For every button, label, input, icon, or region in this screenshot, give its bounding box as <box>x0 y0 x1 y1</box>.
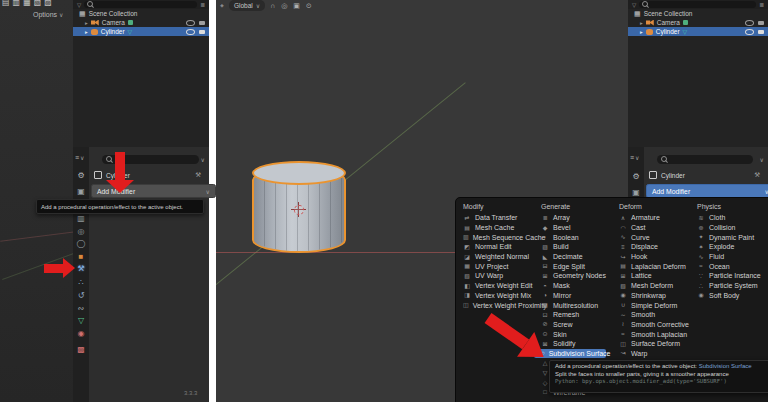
properties-tab-physics[interactable]: ↺ <box>74 292 88 300</box>
options-dropdown[interactable]: Options ∨ <box>33 11 63 18</box>
menu-item-weighted-normal[interactable]: ◪Weighted Normal <box>456 252 534 262</box>
render-visibility-icon[interactable] <box>199 30 205 34</box>
menu-item-geometry-nodes[interactable]: ⊞Geometry Nodes <box>534 271 612 281</box>
menu-item-vertex-weight-mix[interactable]: ◨Vertex Weight Mix <box>456 291 534 301</box>
chevron-down-icon[interactable]: ∨ <box>201 156 205 163</box>
render-visibility-icon[interactable] <box>758 30 764 34</box>
properties-tab-tool[interactable]: ⚙ <box>74 172 88 180</box>
expand-icon[interactable]: ▸ <box>85 20 88 26</box>
add-modifier-button-active[interactable]: Add Modifier ∨ <box>646 184 768 198</box>
menu-item-bevel[interactable]: ◆Bevel <box>534 223 612 233</box>
menu-item-mesh-cache[interactable]: ▤Mesh Cache <box>456 223 534 233</box>
properties-tab-view-layer[interactable]: ▥ <box>74 215 88 223</box>
menu-item-remesh[interactable]: ⊡Remesh <box>534 310 612 320</box>
orientation-dropdown[interactable]: Global ∨ <box>229 0 265 11</box>
properties-tab-texture[interactable]: ▩ <box>74 346 88 354</box>
menu-item-particle-system[interactable]: ∴Particle System <box>690 281 768 291</box>
proportional-edit-icon[interactable]: ◎ <box>281 2 287 10</box>
menu-item-boolean[interactable]: ◐Boolean <box>534 232 612 242</box>
toolbar-icon[interactable]: ▨ <box>44 0 52 7</box>
menu-item-explode[interactable]: ✶Explode <box>690 242 768 252</box>
menu-item-decimate[interactable]: ◣Decimate <box>534 252 612 262</box>
menu-item-curve[interactable]: ∿Curve <box>612 232 690 242</box>
menu-item-warp[interactable]: ↝Warp <box>612 349 690 359</box>
properties-tab-render[interactable]: ▣ <box>74 188 88 196</box>
properties-tab-particles[interactable]: ∴ <box>74 279 88 287</box>
menu-item-cloth[interactable]: ≋Cloth <box>690 213 768 223</box>
menu-item-uv-project[interactable]: ▦UV Project <box>456 261 534 271</box>
menu-item-shrinkwrap[interactable]: ◉Shrinkwrap <box>612 291 690 301</box>
menu-item-hook[interactable]: ↪Hook <box>612 252 690 262</box>
properties-tab-modifiers[interactable]: ⚒ <box>74 265 88 273</box>
menu-item-mirror[interactable]: ◑Mirror <box>534 291 612 301</box>
outliner-row-camera[interactable]: ▸ Camera <box>628 18 768 27</box>
expand-icon[interactable]: ▸ <box>640 20 643 26</box>
menu-item-lattice[interactable]: ⊞Lattice <box>612 271 690 281</box>
menu-item-smooth-corrective[interactable]: ≀Smooth Corrective <box>612 320 690 330</box>
outliner-search-input[interactable] <box>639 1 756 8</box>
render-visibility-icon[interactable] <box>199 21 205 25</box>
menu-item-normal-edit[interactable]: ◩Normal Edit <box>456 242 534 252</box>
gizmo-icon[interactable]: ⌖ <box>220 2 224 10</box>
menu-item-uv-warp[interactable]: ▧UV Warp <box>456 271 534 281</box>
menu-item-simple-deform[interactable]: ∪Simple Deform <box>612 300 690 310</box>
render-visibility-icon[interactable] <box>758 21 764 25</box>
menu-item-build[interactable]: ▨Build <box>534 242 612 252</box>
hide-eye-icon[interactable] <box>745 29 754 35</box>
properties-search-input[interactable] <box>657 155 753 164</box>
properties-tab-material[interactable]: ◉ <box>74 330 88 338</box>
menu-item-ocean[interactable]: ≈Ocean <box>690 261 768 271</box>
properties-tab-object-data[interactable]: ▽ <box>74 317 88 325</box>
menu-item-screw[interactable]: ⊘Screw <box>534 320 612 330</box>
properties-tab-scene[interactable]: ◎ <box>74 228 88 236</box>
hide-eye-icon[interactable] <box>186 29 195 35</box>
expand-icon[interactable]: ▸ <box>640 29 643 35</box>
expand-icon[interactable]: ▸ <box>85 29 88 35</box>
hide-eye-icon[interactable] <box>745 20 754 26</box>
filter-options-icon[interactable]: ≣ <box>200 1 205 8</box>
magnet-icon[interactable]: ∩ <box>270 2 275 10</box>
menu-item-laplacian-deform[interactable]: ▤Laplacian Deform <box>612 261 690 271</box>
properties-tab-object[interactable]: ■ <box>74 253 88 261</box>
menu-item-surface-deform[interactable]: ◫Surface Deform <box>612 339 690 349</box>
outliner-row-scene-collection[interactable]: ▦ Scene Collection <box>73 9 209 18</box>
toolbar-icon[interactable]: ▦ <box>23 0 31 7</box>
menu-item-mesh-sequence-cache[interactable]: ▥Mesh Sequence Cache <box>456 232 534 242</box>
shading-icon[interactable]: ⊙ <box>306 2 312 10</box>
menu-item-dynamic-paint[interactable]: ✦Dynamic Paint <box>690 232 768 242</box>
filter-icon[interactable]: ▽ <box>77 2 81 8</box>
menu-item-data-transfer[interactable]: ⇄Data Transfer <box>456 213 534 223</box>
toolbar-icon[interactable]: ▤ <box>2 0 10 7</box>
menu-item-cast[interactable]: ◠Cast <box>612 223 690 233</box>
menu-item-armature[interactable]: ∧Armature <box>612 213 690 223</box>
menu-item-smooth-laplacian[interactable]: ≈Smooth Laplacian <box>612 329 690 339</box>
chevron-down-icon[interactable]: ∨ <box>760 156 764 163</box>
filter-icon[interactable]: ▽ <box>632 2 636 8</box>
properties-tab-render[interactable]: ▣ <box>629 189 643 197</box>
menu-item-skin[interactable]: ⊙Skin <box>534 329 612 339</box>
properties-tab-tool[interactable]: ⚙ <box>629 173 643 181</box>
menu-item-fluid[interactable]: ∿Fluid <box>690 252 768 262</box>
menu-item-multiresolution[interactable]: ▩Multiresolution <box>534 300 612 310</box>
hide-eye-icon[interactable] <box>186 20 195 26</box>
menu-item-particle-instance[interactable]: ∵Particle Instance <box>690 271 768 281</box>
outliner-row-scene-collection[interactable]: ▦ Scene Collection <box>628 9 768 18</box>
editor-type-button[interactable]: ≡∨ <box>630 154 641 161</box>
menu-item-mask[interactable]: ◓Mask <box>534 281 612 291</box>
outliner-row-cylinder[interactable]: ▸ Cylinder ▽ <box>73 27 209 36</box>
properties-tab-constraints[interactable]: ∾ <box>74 305 88 313</box>
overlay-icon[interactable]: ▣ <box>293 2 300 10</box>
toolbar-icon[interactable]: ▧ <box>34 0 42 7</box>
menu-item-edge-split[interactable]: ⊟Edge Split <box>534 261 612 271</box>
outliner-row-cylinder[interactable]: ▸ Cylinder ▽ <box>628 27 768 36</box>
menu-item-vertex-weight-edit[interactable]: ◧Vertex Weight Edit <box>456 281 534 291</box>
menu-item-collision[interactable]: ⊛Collision <box>690 223 768 233</box>
editor-type-button[interactable]: ≡∨ <box>75 154 86 161</box>
outliner-search-input[interactable] <box>84 1 197 8</box>
filter-options-icon[interactable]: ≣ <box>759 1 764 8</box>
properties-tab-world[interactable]: ◯ <box>74 240 88 248</box>
toolbar-icon[interactable]: ▥ <box>13 0 21 7</box>
menu-item-array[interactable]: ≣Array <box>534 213 612 223</box>
menu-item-soft-body[interactable]: ◉Soft Body <box>690 291 768 301</box>
menu-item-mesh-deform[interactable]: ▧Mesh Deform <box>612 281 690 291</box>
